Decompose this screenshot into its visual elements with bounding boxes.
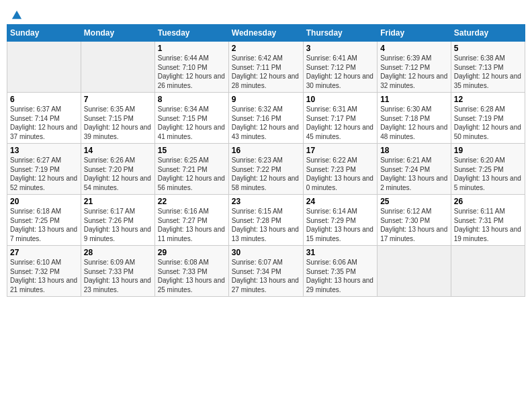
day-info: Sunrise: 6:25 AM Sunset: 7:21 PM Dayligh… [158,156,226,192]
calendar-cell: 17Sunrise: 6:22 AM Sunset: 7:23 PM Dayli… [303,144,377,195]
day-info: Sunrise: 6:14 AM Sunset: 7:29 PM Dayligh… [306,207,374,243]
calendar-cell [81,42,154,93]
calendar-cell: 29Sunrise: 6:08 AM Sunset: 7:33 PM Dayli… [154,246,228,297]
calendar-header-wednesday: Wednesday [228,25,303,42]
calendar-cell: 20Sunrise: 6:18 AM Sunset: 7:25 PM Dayli… [7,195,81,246]
calendar-cell: 7Sunrise: 6:35 AM Sunset: 7:15 PM Daylig… [81,93,154,144]
day-info: Sunrise: 6:08 AM Sunset: 7:33 PM Dayligh… [158,258,226,294]
day-number: 3 [306,44,374,53]
day-number: 14 [84,146,152,155]
page-header [7,7,525,20]
calendar-cell: 31Sunrise: 6:06 AM Sunset: 7:35 PM Dayli… [303,246,377,297]
day-number: 27 [10,248,78,257]
day-number: 28 [84,248,152,257]
calendar-cell: 9Sunrise: 6:32 AM Sunset: 7:16 PM Daylig… [228,93,303,144]
day-number: 17 [306,146,374,155]
calendar-cell: 28Sunrise: 6:09 AM Sunset: 7:33 PM Dayli… [81,246,154,297]
day-number: 22 [158,197,226,206]
day-number: 31 [306,248,374,257]
day-info: Sunrise: 6:35 AM Sunset: 7:15 PM Dayligh… [84,105,152,141]
day-number: 24 [306,197,374,206]
day-number: 4 [380,44,448,53]
calendar-cell: 18Sunrise: 6:21 AM Sunset: 7:24 PM Dayli… [378,144,451,195]
day-info: Sunrise: 6:37 AM Sunset: 7:14 PM Dayligh… [10,105,78,141]
day-number: 15 [158,146,226,155]
day-number: 7 [84,95,152,104]
calendar-cell: 25Sunrise: 6:12 AM Sunset: 7:30 PM Dayli… [378,195,451,246]
calendar-cell: 10Sunrise: 6:31 AM Sunset: 7:17 PM Dayli… [303,93,377,144]
calendar-cell: 16Sunrise: 6:23 AM Sunset: 7:22 PM Dayli… [228,144,303,195]
day-number: 16 [232,146,300,155]
day-info: Sunrise: 6:23 AM Sunset: 7:22 PM Dayligh… [232,156,300,192]
day-number: 6 [10,95,78,104]
calendar-table: SundayMondayTuesdayWednesdayThursdayFrid… [7,24,525,297]
calendar-header-thursday: Thursday [303,25,377,42]
calendar-cell: 5Sunrise: 6:38 AM Sunset: 7:13 PM Daylig… [451,42,525,93]
calendar-cell: 30Sunrise: 6:07 AM Sunset: 7:34 PM Dayli… [228,246,303,297]
calendar-header-sunday: Sunday [7,25,81,42]
calendar-cell: 27Sunrise: 6:10 AM Sunset: 7:32 PM Dayli… [7,246,81,297]
day-info: Sunrise: 6:38 AM Sunset: 7:13 PM Dayligh… [454,54,522,90]
day-info: Sunrise: 6:30 AM Sunset: 7:18 PM Dayligh… [380,105,448,141]
day-number: 10 [306,95,374,104]
day-info: Sunrise: 6:34 AM Sunset: 7:15 PM Dayligh… [158,105,226,141]
day-info: Sunrise: 6:26 AM Sunset: 7:20 PM Dayligh… [84,156,152,192]
day-info: Sunrise: 6:12 AM Sunset: 7:30 PM Dayligh… [380,207,448,243]
calendar-cell: 26Sunrise: 6:11 AM Sunset: 7:31 PM Dayli… [451,195,525,246]
calendar-cell [451,246,525,297]
day-info: Sunrise: 6:41 AM Sunset: 7:12 PM Dayligh… [306,54,374,90]
calendar-week-row: 6Sunrise: 6:37 AM Sunset: 7:14 PM Daylig… [7,93,525,144]
day-info: Sunrise: 6:44 AM Sunset: 7:10 PM Dayligh… [158,54,226,90]
day-number: 25 [380,197,448,206]
day-number: 13 [10,146,78,155]
day-number: 8 [158,95,226,104]
day-info: Sunrise: 6:09 AM Sunset: 7:33 PM Dayligh… [84,258,152,294]
day-number: 29 [158,248,226,257]
calendar-week-row: 1Sunrise: 6:44 AM Sunset: 7:10 PM Daylig… [7,42,525,93]
calendar-cell: 2Sunrise: 6:42 AM Sunset: 7:11 PM Daylig… [228,42,303,93]
day-info: Sunrise: 6:16 AM Sunset: 7:27 PM Dayligh… [158,207,226,243]
calendar-cell [7,42,81,93]
day-number: 2 [232,44,300,53]
day-info: Sunrise: 6:10 AM Sunset: 7:32 PM Dayligh… [10,258,78,294]
calendar-header-row: SundayMondayTuesdayWednesdayThursdayFrid… [7,25,525,42]
calendar-cell: 12Sunrise: 6:28 AM Sunset: 7:19 PM Dayli… [451,93,525,144]
calendar-cell: 14Sunrise: 6:26 AM Sunset: 7:20 PM Dayli… [81,144,154,195]
day-number: 1 [158,44,226,53]
calendar-cell: 3Sunrise: 6:41 AM Sunset: 7:12 PM Daylig… [303,42,377,93]
day-info: Sunrise: 6:18 AM Sunset: 7:25 PM Dayligh… [10,207,78,243]
calendar-cell: 19Sunrise: 6:20 AM Sunset: 7:25 PM Dayli… [451,144,525,195]
day-info: Sunrise: 6:15 AM Sunset: 7:28 PM Dayligh… [232,207,300,243]
calendar-week-row: 27Sunrise: 6:10 AM Sunset: 7:32 PM Dayli… [7,246,525,297]
day-info: Sunrise: 6:42 AM Sunset: 7:11 PM Dayligh… [232,54,300,90]
day-number: 9 [232,95,300,104]
calendar-header-saturday: Saturday [451,25,525,42]
day-info: Sunrise: 6:22 AM Sunset: 7:23 PM Dayligh… [306,156,374,192]
day-info: Sunrise: 6:32 AM Sunset: 7:16 PM Dayligh… [232,105,300,141]
day-info: Sunrise: 6:31 AM Sunset: 7:17 PM Dayligh… [306,105,374,141]
day-number: 20 [10,197,78,206]
day-number: 18 [380,146,448,155]
calendar-cell: 21Sunrise: 6:17 AM Sunset: 7:26 PM Dayli… [81,195,154,246]
day-info: Sunrise: 6:06 AM Sunset: 7:35 PM Dayligh… [306,258,374,294]
day-number: 12 [454,95,522,104]
day-info: Sunrise: 6:28 AM Sunset: 7:19 PM Dayligh… [454,105,522,141]
day-info: Sunrise: 6:27 AM Sunset: 7:19 PM Dayligh… [10,156,78,192]
day-number: 26 [454,197,522,206]
day-info: Sunrise: 6:07 AM Sunset: 7:34 PM Dayligh… [232,258,300,294]
day-number: 23 [232,197,300,206]
day-number: 21 [84,197,152,206]
calendar-cell: 15Sunrise: 6:25 AM Sunset: 7:21 PM Dayli… [154,144,228,195]
day-info: Sunrise: 6:17 AM Sunset: 7:26 PM Dayligh… [84,207,152,243]
calendar-cell: 4Sunrise: 6:39 AM Sunset: 7:12 PM Daylig… [378,42,451,93]
calendar-header-monday: Monday [81,25,154,42]
calendar-cell: 22Sunrise: 6:16 AM Sunset: 7:27 PM Dayli… [154,195,228,246]
calendar-week-row: 20Sunrise: 6:18 AM Sunset: 7:25 PM Dayli… [7,195,525,246]
day-number: 5 [454,44,522,53]
calendar-cell: 1Sunrise: 6:44 AM Sunset: 7:10 PM Daylig… [154,42,228,93]
logo [9,7,23,20]
calendar-cell: 13Sunrise: 6:27 AM Sunset: 7:19 PM Dayli… [7,144,81,195]
day-info: Sunrise: 6:20 AM Sunset: 7:25 PM Dayligh… [454,156,522,192]
calendar-cell: 8Sunrise: 6:34 AM Sunset: 7:15 PM Daylig… [154,93,228,144]
calendar-week-row: 13Sunrise: 6:27 AM Sunset: 7:19 PM Dayli… [7,144,525,195]
